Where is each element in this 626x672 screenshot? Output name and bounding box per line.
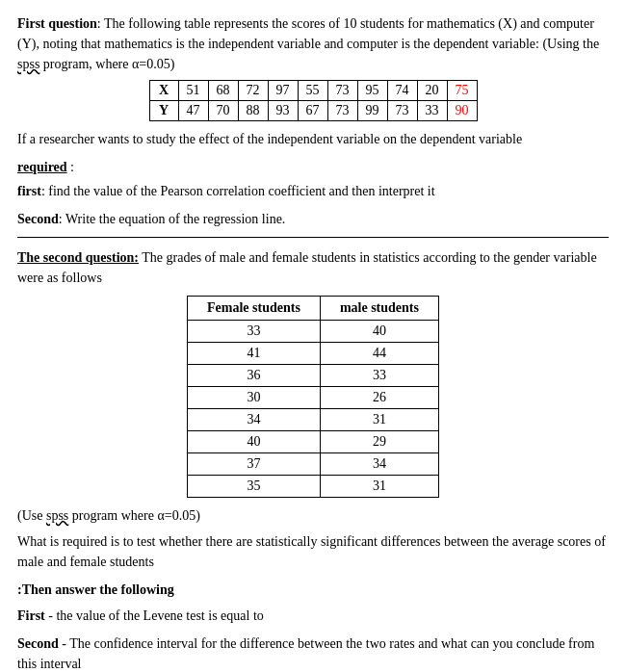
y-val-3: 88 xyxy=(238,101,268,121)
gender-row-5: 34 31 xyxy=(188,409,439,431)
q2-spss-note: (Use spss program where α=0.05) xyxy=(17,505,609,526)
female-val-3: 36 xyxy=(188,365,321,387)
female-val-1: 33 xyxy=(188,321,321,343)
male-val-4: 26 xyxy=(320,387,438,409)
x-label: X xyxy=(149,81,178,101)
y-val-5: 67 xyxy=(298,101,327,121)
female-val-6: 40 xyxy=(188,431,321,453)
x-val-1: 51 xyxy=(178,81,208,101)
y-val-9: 33 xyxy=(417,101,447,121)
gender-row-2: 41 44 xyxy=(188,343,439,365)
q1-first-label: first xyxy=(17,184,41,198)
female-val-8: 35 xyxy=(188,476,321,498)
q2-then-label: :Then answer the following xyxy=(17,580,609,600)
female-val-5: 34 xyxy=(188,409,321,431)
q2-first-label: First xyxy=(17,608,45,623)
q1-first-line: first: find the value of the Pearson cor… xyxy=(17,181,609,201)
female-header: Female students xyxy=(188,297,321,321)
y-val-1: 47 xyxy=(178,101,208,121)
female-val-2: 41 xyxy=(188,343,321,365)
gender-table: Female students male students 33 40 41 4… xyxy=(187,296,439,498)
x-val-4: 97 xyxy=(268,81,298,101)
male-val-8: 31 xyxy=(320,476,438,498)
q2-intro: The second question: The grades of male … xyxy=(17,247,609,288)
q1-required-line: required : xyxy=(17,157,609,177)
y-val-4: 93 xyxy=(268,101,298,121)
scores-table: X 51 68 72 97 55 73 95 74 20 75 Y 47 70 … xyxy=(149,80,478,121)
x-val-9: 20 xyxy=(417,81,447,101)
male-val-1: 40 xyxy=(320,321,438,343)
q2-then-text: :Then answer the following xyxy=(17,582,174,597)
q1-required-label: required xyxy=(17,160,67,174)
q1-second-line: Second: Write the equation of the regres… xyxy=(17,209,609,238)
q1-title-end: program, where α=0.05) xyxy=(39,57,174,71)
q1-first-rest: : find the value of the Pearson correlat… xyxy=(41,184,435,198)
q1-second-label: Second xyxy=(17,212,59,226)
q1-title-bold: First question xyxy=(17,16,97,31)
q1-intro: First question: The following table repr… xyxy=(17,13,609,74)
female-val-7: 37 xyxy=(188,453,321,476)
q2-second-line: Second - The confidence interval for the… xyxy=(17,633,609,672)
q2-second-label: Second xyxy=(17,636,59,651)
gender-row-8: 35 31 xyxy=(188,476,439,498)
male-header: male students xyxy=(320,297,438,321)
gender-row-4: 30 26 xyxy=(188,387,439,409)
y-val-8: 73 xyxy=(387,101,417,121)
question-1-section: First question: The following table repr… xyxy=(17,13,609,238)
question-2-section: The second question: The grades of male … xyxy=(17,247,609,672)
gender-header-row: Female students male students xyxy=(188,297,439,321)
y-val-2: 70 xyxy=(208,101,238,121)
q2-first-rest: - the value of the Levene test is equal … xyxy=(45,608,264,623)
y-val-6: 73 xyxy=(327,101,357,121)
q2-spss-post: program where α=0.05) xyxy=(68,508,200,523)
gender-row-3: 36 33 xyxy=(188,365,439,387)
x-val-10: 75 xyxy=(447,81,477,101)
x-val-8: 74 xyxy=(387,81,417,101)
q2-spss: spss xyxy=(46,508,68,523)
q2-body1: What is required is to test whether ther… xyxy=(17,531,609,572)
x-val-7: 95 xyxy=(357,81,387,101)
y-val-10: 90 xyxy=(447,101,477,121)
gender-row-6: 40 29 xyxy=(188,431,439,453)
x-val-5: 55 xyxy=(298,81,327,101)
male-val-5: 31 xyxy=(320,409,438,431)
q1-spss: spss xyxy=(17,57,39,71)
gender-row-7: 37 34 xyxy=(188,453,439,476)
q2-title-bold: The second question: xyxy=(17,250,139,265)
q2-spss-pre: (Use xyxy=(17,508,46,523)
q2-second-rest: - The confidence interval for the differ… xyxy=(17,636,594,671)
male-val-2: 44 xyxy=(320,343,438,365)
female-val-4: 30 xyxy=(188,387,321,409)
q1-second-rest: : Write the equation of the regression l… xyxy=(59,212,286,226)
gender-row-1: 33 40 xyxy=(188,321,439,343)
male-val-6: 29 xyxy=(320,431,438,453)
q2-first-line: First - the value of the Levene test is … xyxy=(17,606,609,626)
q1-body: If a researcher wants to study the effec… xyxy=(17,129,609,149)
scores-row-y: Y 47 70 88 93 67 73 99 73 33 90 xyxy=(149,101,477,121)
q1-required-colon: : xyxy=(67,160,74,174)
y-val-7: 99 xyxy=(357,101,387,121)
x-val-2: 68 xyxy=(208,81,238,101)
male-val-7: 34 xyxy=(320,453,438,476)
scores-row-x: X 51 68 72 97 55 73 95 74 20 75 xyxy=(149,81,477,101)
male-val-3: 33 xyxy=(320,365,438,387)
q1-title-rest: : The following table represents the sco… xyxy=(17,16,599,51)
x-val-3: 72 xyxy=(238,81,268,101)
x-val-6: 73 xyxy=(327,81,357,101)
y-label: Y xyxy=(149,101,178,121)
